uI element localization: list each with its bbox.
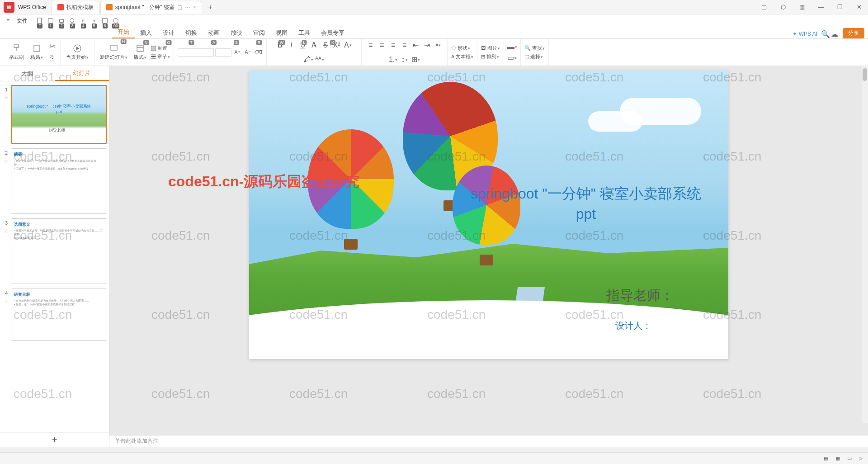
slide-designer[interactable]: 设计人： xyxy=(615,320,651,332)
ribtab-animation[interactable]: 动画A xyxy=(203,28,225,38)
window-grid-icon[interactable]: ▢ xyxy=(755,0,773,14)
arrange-button[interactable]: ⊞ 排列▾ xyxy=(481,53,499,60)
close-button[interactable]: ✕ xyxy=(850,0,868,14)
text-dir-icon[interactable]: ⊞▾ xyxy=(411,55,420,64)
ribtab-start[interactable]: 开始H xyxy=(112,27,135,38)
new-slide-button[interactable]: 新建幻灯片▾ xyxy=(98,43,129,62)
align-center-icon[interactable]: ≡ xyxy=(377,41,387,50)
slide-title[interactable]: springboot "一分钟" 寝室小卖部系统ppt xyxy=(466,184,706,224)
font-color-icon[interactable]: A̲▾ xyxy=(344,41,353,50)
add-slide-button[interactable]: + xyxy=(0,432,109,447)
textbox-button[interactable]: A 文本框▾ xyxy=(451,53,473,60)
slide-thumbnail[interactable]: 摘要:• 本文主要实现了"一分钟"寝室小卖部系统设计与数据库建设及研发设计……•… xyxy=(11,148,107,214)
shape-button[interactable]: ◇ 形状▾ xyxy=(451,45,470,52)
qat-save[interactable]: 1 xyxy=(47,17,55,25)
text-effects-icon[interactable]: ᴬᴬ▾ xyxy=(315,55,324,64)
decrease-font-icon[interactable]: A⁻ xyxy=(243,48,252,57)
view-reading-icon[interactable]: ▭ xyxy=(847,455,852,461)
reset-button[interactable]: ▦ 重置 xyxy=(151,45,170,52)
view-slideshow-icon[interactable]: ▷ xyxy=(859,455,863,461)
italic-icon[interactable]: I xyxy=(287,41,296,50)
qat-undo[interactable]: 4 xyxy=(79,17,87,25)
vertical-scrollbar[interactable] xyxy=(862,66,868,423)
qat-preview[interactable]: 3 xyxy=(68,17,76,25)
outline-tab[interactable]: 大纲 xyxy=(0,66,55,81)
highlight-icon[interactable]: 🖍▾ xyxy=(304,55,313,64)
picture-button[interactable]: 🖼 图片▾ xyxy=(481,45,500,52)
find-button[interactable]: 🔍 查找▾ xyxy=(524,45,545,52)
wps-ai-button[interactable]: ✦WPS AI xyxy=(789,29,821,38)
layout-button[interactable]: 版式▾ xyxy=(132,43,148,62)
canvas-scroll[interactable]: springboot "一分钟" 寝室小卖部系统ppt 指导老师： 设计人： xyxy=(109,66,868,435)
bullets-icon[interactable]: • ▾ xyxy=(434,41,443,50)
minimize-button[interactable]: — xyxy=(812,0,830,14)
thumb-item[interactable]: 4☆ 研究目标• 在当前信息化潮流发展的角度来看，人们对生活方方面面……• 信息… xyxy=(2,289,107,341)
slide-thumbnail[interactable]: 选题意义• 随着科学技术发展，计算机已成为人们日常中不可或缺的办公工具……工具利… xyxy=(11,218,107,284)
ribtab-review[interactable]: 审阅R xyxy=(248,28,270,38)
line-spacing-icon[interactable]: ↕▾ xyxy=(400,55,409,64)
slide-thumbnail[interactable]: 研究目标• 在当前信息化潮流发展的角度来看，人们对生活方方面面……• 信息，这"… xyxy=(11,289,107,341)
star-icon[interactable]: ☆ xyxy=(4,158,9,164)
qat-00[interactable]: 00 xyxy=(112,17,120,25)
copy-icon[interactable]: ⎘ xyxy=(47,54,57,63)
thumb-item[interactable]: 1☆ springboot "一分钟" 寝室小卖部系统ppt指导老师： xyxy=(2,85,107,144)
qat-new[interactable]: F xyxy=(36,17,44,25)
star-icon[interactable]: ☆ xyxy=(4,228,9,234)
close-icon[interactable]: × xyxy=(193,4,196,10)
align-right-icon[interactable]: ≡ xyxy=(389,41,398,50)
thumb-item[interactable]: 2☆ 摘要:• 本文主要实现了"一分钟"寝室小卖部系统设计与数据库建设及研发设计… xyxy=(2,148,107,214)
view-sorter-icon[interactable]: ▦ xyxy=(835,455,840,461)
outline-icon[interactable]: ▭▾ xyxy=(508,53,517,62)
ribtab-vip[interactable]: 会员专享K xyxy=(316,28,350,38)
maximize-button[interactable]: ❐ xyxy=(831,0,849,14)
increase-font-icon[interactable]: A⁺ xyxy=(233,48,242,57)
ribtab-transition[interactable]: 切换T xyxy=(180,28,203,38)
ribtab-tools[interactable]: 工具L xyxy=(293,28,316,38)
strikethrough-icon[interactable]: S̶ xyxy=(321,41,330,50)
thumbnails-list[interactable]: 1☆ springboot "一分钟" 寝室小卖部系统ppt指导老师： 2☆ 摘… xyxy=(0,81,109,432)
share-button[interactable]: 分享 xyxy=(843,28,864,38)
justify-icon[interactable]: ≡ xyxy=(400,41,409,50)
view-normal-icon[interactable]: ▤ xyxy=(824,455,828,461)
thumb-item[interactable]: 3☆ 选题意义• 随着科学技术发展，计算机已成为人们日常中不可或缺的办公工具……… xyxy=(2,218,107,284)
clear-format-icon[interactable]: ⌫ xyxy=(254,48,263,57)
slide-canvas[interactable]: springboot "一分钟" 寝室小卖部系统ppt 指导老师： 设计人： xyxy=(249,71,728,359)
menu-hamburger-icon[interactable]: ≡ xyxy=(4,17,12,25)
ribtab-view[interactable]: 视图W xyxy=(270,28,293,38)
cloud-icon[interactable]: ☁ xyxy=(830,29,839,38)
ellipsis-icon[interactable]: ⋯ xyxy=(185,4,190,10)
ribtab-show[interactable]: 放映S xyxy=(225,28,248,38)
search-icon[interactable]: 🔍 xyxy=(821,29,830,38)
slides-tab[interactable]: 幻灯片 xyxy=(55,66,109,81)
cut-icon[interactable]: ✂ xyxy=(47,42,57,51)
indent-dec-icon[interactable]: ⇤ xyxy=(411,41,420,50)
qat-print[interactable]: 2 xyxy=(57,17,66,25)
select-button[interactable]: ⬚ 选择▾ xyxy=(524,53,543,60)
ribtab-insert[interactable]: 插入N xyxy=(135,28,157,38)
strike-icon[interactable]: A̵ xyxy=(310,41,319,50)
file-menu[interactable]: 文件 xyxy=(14,16,30,26)
user-icon[interactable]: ▦ xyxy=(793,0,811,14)
indent-inc-icon[interactable]: ⇥ xyxy=(423,41,432,50)
ribtab-design[interactable]: 设计G xyxy=(157,28,180,38)
presentation-mode-icon[interactable]: ▢ xyxy=(177,4,182,10)
qat-6[interactable]: 6 xyxy=(101,17,109,25)
new-tab-button[interactable]: + xyxy=(205,2,216,13)
start-from-button[interactable]: 当页开始▾ xyxy=(64,43,90,62)
slide-thumbnail[interactable]: springboot "一分钟" 寝室小卖部系统ppt指导老师： xyxy=(11,85,107,144)
section-button[interactable]: ☰ 章节▾ xyxy=(151,53,170,60)
star-icon[interactable]: ☆ xyxy=(4,298,9,304)
tab-templates[interactable]: 找稻壳模板 xyxy=(52,1,99,14)
star-icon[interactable]: ☆ xyxy=(4,95,9,101)
format-painter-button[interactable]: 格式刷 xyxy=(7,43,26,62)
scroll-thumb[interactable] xyxy=(863,68,867,81)
paste-button[interactable]: 粘贴▾ xyxy=(28,43,45,62)
fill-icon[interactable]: ▬▾ xyxy=(508,43,517,52)
slide-teacher[interactable]: 指导老师： xyxy=(606,286,674,305)
numbering-icon[interactable]: 1. ▾ xyxy=(389,55,398,64)
align-left-icon[interactable]: ≡ xyxy=(366,41,375,50)
tab-document[interactable]: springboot "一分钟" 寝室 ▢ ⋯ × xyxy=(100,1,202,14)
qat-redo[interactable]: 5 xyxy=(90,17,98,25)
notes-pane[interactable]: 单击此处添加备注 xyxy=(109,435,868,447)
cube-icon[interactable]: ⬡ xyxy=(774,0,792,14)
